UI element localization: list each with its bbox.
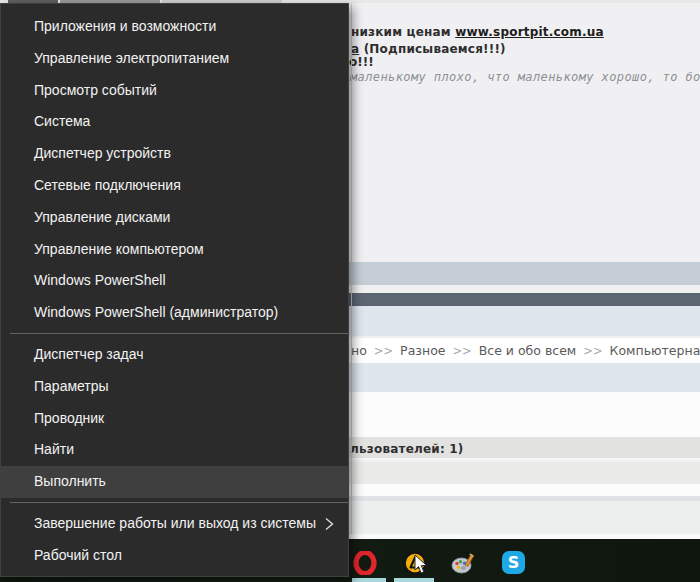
exclaim-line: о!!!: [349, 55, 374, 69]
winx-context-menu: Приложения и возможности Управление элек…: [0, 3, 349, 577]
menu-item-disk-management[interactable]: Управление дисками: [1, 202, 348, 234]
opera-icon: [353, 551, 377, 575]
menu-separator: [10, 333, 348, 334]
subscribe-line: а (Подписываемся!!!): [351, 42, 506, 56]
skype-icon: S: [502, 551, 525, 574]
skype-taskbar-button[interactable]: S: [502, 551, 526, 575]
menu-item-settings[interactable]: Параметры: [1, 371, 348, 403]
menu-item-powershell-admin[interactable]: Windows PowerShell (администратор): [1, 297, 348, 329]
menu-separator: [10, 502, 348, 503]
shop-ad-text: низким ценам: [351, 25, 455, 39]
breadcrumb-separator: >>: [374, 344, 393, 358]
subscribe-text: (Подписываемся!!!): [359, 42, 505, 56]
page-left-edge: [351, 3, 352, 534]
menu-item-shutdown-label: Завершение работы или выход из системы: [34, 515, 316, 531]
breadcrumb-item-cut[interactable]: но: [351, 343, 367, 358]
menu-item-system[interactable]: Система: [1, 106, 348, 138]
menu-item-computer-management[interactable]: Управление компьютером: [1, 234, 348, 266]
menu-item-run[interactable]: Выполнить: [1, 466, 348, 498]
breadcrumb-separator: >>: [583, 344, 602, 358]
breadcrumb: но>>Разное>>Все и обо всем>>Компьютерная…: [351, 343, 700, 358]
paint-icon: [451, 551, 475, 575]
menu-item-search[interactable]: Найти: [1, 434, 348, 466]
breadcrumb-item-misc[interactable]: Разное: [400, 343, 445, 358]
menu-item-task-manager[interactable]: Диспетчер задач: [1, 339, 348, 371]
opera-taskbar-button[interactable]: [353, 551, 377, 575]
menu-item-file-explorer[interactable]: Проводник: [1, 403, 348, 435]
mouse-cursor: [414, 554, 429, 579]
breadcrumb-separator: >>: [452, 344, 471, 358]
shop-ad-line: низким ценам www.sportpit.com.ua: [351, 25, 604, 39]
sportpit-link[interactable]: www.sportpit.com.ua: [455, 25, 604, 39]
breadcrumb-item-everything[interactable]: Все и обо всем: [479, 343, 577, 358]
users-viewing-label: льзователей: 1): [350, 442, 464, 456]
menu-item-apps-features[interactable]: Приложения и возможности: [1, 11, 348, 43]
menu-item-network-connections[interactable]: Сетевые подключения: [1, 170, 348, 202]
menu-item-powershell[interactable]: Windows PowerShell: [1, 265, 348, 297]
menu-item-power-options[interactable]: Управление электропитанием: [1, 43, 348, 75]
menu-item-device-manager[interactable]: Диспетчер устройств: [1, 138, 348, 170]
chevron-right-icon: [323, 516, 335, 532]
menu-item-desktop[interactable]: Рабочий стол: [1, 540, 348, 572]
menu-item-shutdown-signout[interactable]: Завершение работы или выход из системы: [1, 508, 348, 540]
paint-taskbar-button[interactable]: [451, 551, 475, 575]
opera-active-indicator: [352, 578, 386, 582]
menu-item-event-viewer[interactable]: Просмотр событий: [1, 75, 348, 107]
signature-quote: маленькому плохо, что маленькому хорошо,…: [350, 70, 700, 84]
breadcrumb-item-computers[interactable]: Компьютерная Техника: [610, 343, 700, 358]
